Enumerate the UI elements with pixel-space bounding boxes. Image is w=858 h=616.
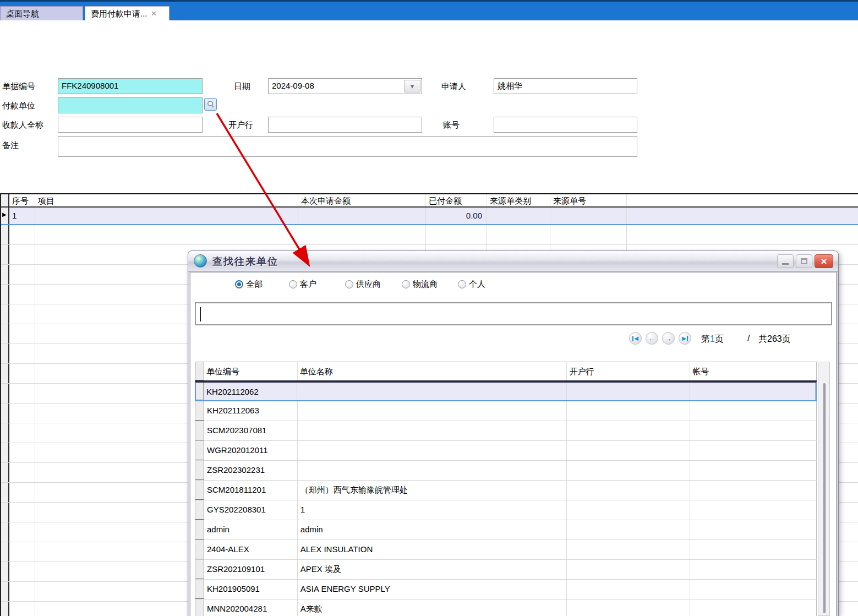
doc-no-label: 单据编号 (2, 81, 35, 92)
payer-field[interactable] (58, 97, 203, 113)
seq-cell (9, 225, 35, 244)
account-cell (690, 500, 817, 520)
row-header-cell (1, 265, 9, 284)
tab-label: 桌面导航 (6, 9, 39, 18)
col-header-source-type[interactable]: 来源单类别 (487, 194, 550, 206)
close-button[interactable]: × (815, 254, 833, 268)
row-header-cell (1, 522, 9, 542)
account-cell (690, 481, 817, 500)
col-header-amount[interactable]: 本次申请金额 (298, 194, 426, 206)
account-cell (690, 580, 817, 599)
partner-row[interactable]: KH202112062 (195, 381, 817, 401)
partner-row[interactable]: SCM202307081 (195, 421, 817, 441)
partner-row[interactable]: ZSR202109101APEX 埃及 (195, 560, 817, 580)
partner-row[interactable]: KH201905091ASIA ENERGY SUPPLY (195, 580, 817, 599)
seq-cell: 1 (9, 208, 35, 224)
bank-cell (567, 540, 690, 559)
payee-field[interactable] (58, 117, 203, 133)
col-header-seq[interactable]: 序号 (9, 194, 35, 206)
col-header-unit-code[interactable]: 单位编号 (204, 362, 298, 380)
col-header-paid[interactable]: 已付金额 (426, 194, 487, 206)
unit-name-cell (298, 401, 567, 421)
row-header-cell (1, 285, 9, 304)
partner-row[interactable]: GYS2022083011 (195, 500, 817, 520)
unit-name-cell: ALEX INSULATION (298, 540, 567, 559)
bank-cell (567, 383, 690, 400)
radio-all[interactable]: 全部 (235, 279, 263, 290)
partner-row[interactable]: KH202112063 (195, 401, 817, 421)
row-header-cell (195, 461, 204, 480)
tab-label: 费用付款申请... (91, 7, 147, 21)
col-header-account[interactable]: 帐号 (690, 362, 817, 380)
current-row-marker-icon: ▶ (2, 212, 7, 217)
minimize-button[interactable] (777, 254, 794, 268)
source-type-cell (487, 225, 550, 244)
row-header-cell (195, 421, 204, 440)
partner-row[interactable]: ZSR202302231 (195, 461, 817, 481)
radio-icon (402, 280, 410, 288)
col-header-bank[interactable]: 开户行 (567, 362, 690, 380)
radio-icon (289, 280, 297, 288)
row-header-cell (195, 481, 204, 500)
tab-close-icon[interactable]: × (151, 9, 157, 18)
unit-code-cell: SCM202307081 (204, 421, 298, 440)
source-type-cell (487, 208, 550, 224)
remark-field[interactable] (58, 136, 637, 157)
date-field[interactable]: 2024-09-08 ▾ (268, 78, 422, 94)
radio-logistics[interactable]: 物流商 (402, 279, 438, 290)
col-header-item[interactable]: 项目 (35, 194, 298, 206)
chevron-down-icon[interactable]: ▾ (404, 80, 420, 92)
previous-page-button[interactable]: ← (646, 332, 658, 345)
close-icon: × (821, 256, 827, 266)
account-cell (690, 401, 817, 421)
radio-personal[interactable]: 个人 (458, 279, 485, 290)
partner-row[interactable]: WGR202012011 (195, 441, 817, 461)
next-page-button[interactable]: → (662, 332, 675, 345)
radio-customer[interactable]: 客户 (289, 279, 316, 290)
col-header-source-no[interactable]: 来源单号 (550, 194, 627, 206)
seq-cell (9, 582, 35, 601)
account-cell (690, 560, 817, 579)
tab-desktop-navigation[interactable]: 桌面导航 (0, 6, 83, 20)
row-header-cell: ▶ (1, 208, 9, 224)
account-field[interactable] (494, 117, 637, 133)
dialog-title-bar[interactable]: 查找往来单位 × (188, 251, 838, 272)
globe-icon (194, 254, 207, 268)
expense-grid-row[interactable]: ▶10.00 (1, 208, 858, 225)
source-no-cell (550, 225, 627, 244)
unit-name-cell: 1 (298, 500, 567, 520)
seq-cell (9, 285, 35, 304)
current-page: 1 (710, 334, 715, 344)
row-header-cell (1, 384, 9, 403)
partner-row[interactable]: 2404-ALEXALEX INSULATION (195, 540, 817, 560)
payer-lookup-button[interactable] (204, 98, 217, 111)
unit-name-cell (298, 421, 567, 440)
col-header-unit-name[interactable]: 单位名称 (298, 362, 567, 380)
doc-no-field[interactable]: FFK240908001 (58, 78, 203, 94)
maximize-button[interactable] (796, 254, 812, 268)
radio-supplier[interactable]: 供应商 (345, 279, 381, 290)
first-page-button[interactable]: ◀ (629, 332, 642, 345)
account-cell (690, 441, 817, 460)
seq-cell (9, 324, 35, 344)
bank-field[interactable] (268, 117, 422, 133)
last-page-button[interactable]: ▶ (679, 332, 691, 345)
partner-row[interactable]: MNN202004281A来款 (195, 599, 817, 616)
expense-grid-row[interactable] (1, 225, 858, 245)
applicant-field[interactable]: 姚相华 (494, 78, 637, 94)
row-header-cell (1, 542, 9, 562)
paid-cell: 0.00 (426, 208, 487, 224)
scrollbar-thumb[interactable] (823, 383, 826, 613)
vertical-scrollbar[interactable] (818, 362, 830, 616)
row-header-cell (195, 520, 204, 539)
partner-search-input[interactable] (195, 302, 832, 325)
partner-table-body: KH202112062KH202112063SCM202307081WGR202… (195, 381, 817, 616)
tab-expense-payment-request[interactable]: 费用付款申请... × (85, 6, 170, 20)
bank-label: 开户行 (228, 119, 253, 130)
partner-row[interactable]: adminadmin (195, 520, 817, 540)
partner-row[interactable]: SCM201811201（郑州）西气东输豫皖管理处 (195, 481, 817, 500)
account-cell (690, 599, 817, 616)
unit-code-cell: ZSR202109101 (204, 560, 298, 579)
seq-cell (9, 602, 35, 616)
account-label: 账号 (443, 119, 460, 130)
